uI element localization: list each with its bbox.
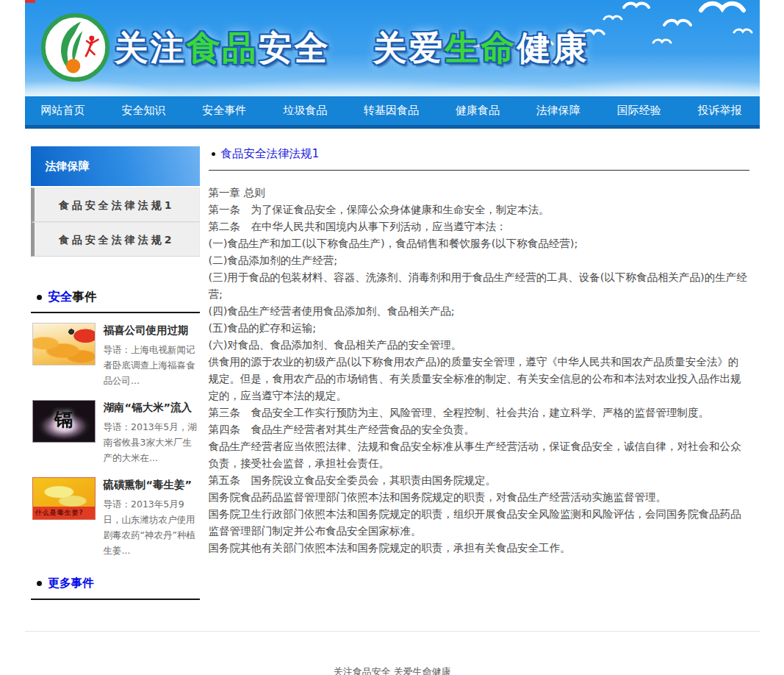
sidebar-section-title: 法律保障 [46, 160, 90, 173]
article-header: 食品安全法律法规1 [209, 146, 749, 171]
article-paragraph: 第一章 总则 [209, 185, 749, 201]
thumbnail-caption: 什么是毒生姜? [33, 507, 95, 519]
events-heading-highlight: 安全 [48, 289, 73, 305]
banner-slogan: 关注食品安全关爱生命健康 [115, 31, 589, 65]
sidebar-section-header: 法律保障 [31, 146, 200, 186]
nav-item[interactable]: 健康食品 [456, 104, 500, 118]
more-events-link[interactable]: 更多事件 [48, 576, 94, 591]
news-title[interactable]: 湖南“镉大米”流入 [104, 401, 200, 415]
sidebar-menu: 食品安全法律法规1 食品安全法律法规2 [31, 188, 200, 257]
article-paragraph: (一)食品生产和加工(以下称食品生产)，食品销售和餐饮服务(以下称食品经营); [209, 235, 749, 252]
article-title[interactable]: 食品安全法律法规1 [221, 146, 320, 162]
news-thumbnail [32, 323, 96, 365]
article-paragraph: (六)对食品、食品添加剂、食品相关产品的安全管理。 [209, 337, 749, 354]
site-logo-icon [40, 12, 111, 83]
news-desc: 导语：2013年5月9日，山东潍坊农户使用剧毒农药“神农丹”种植生姜... [104, 496, 200, 558]
nav-item[interactable]: 转基因食品 [364, 104, 419, 118]
article-paragraph: 国务院食品药品监督管理部门依照本法和国务院规定的职责，对食品生产经营活动实施监督… [209, 489, 749, 506]
nav-item[interactable]: 安全知识 [121, 104, 165, 118]
article-paragraph: (三)用于食品的包装材料、容器、洗涤剂、消毒剂和用于食品生产经营的工具、设备(以… [209, 269, 749, 303]
bullet-icon [212, 152, 215, 156]
article-paragraph: 第一条 为了保证食品安全，保障公众身体健康和生命安全，制定本法。 [209, 201, 749, 218]
article-paragraph: 第三条 食品安全工作实行预防为主、风险管理、全程控制、社会共治，建立科学、严格的… [209, 404, 749, 421]
slogan-text-green: 生命 [445, 28, 517, 68]
slogan-text-green: 食品 [187, 28, 259, 68]
news-list: 福喜公司使用过期 导语：上海电视新闻记者卧底调查上海福喜食品公司... 镉 湖南… [31, 313, 200, 558]
page-content: 关注食品安全关爱生命健康 网站首页 安全知识 安全事件 垃圾食品 转基因食品 健… [25, 0, 760, 675]
sidebar-menu-item[interactable]: 食品安全法律法规2 [31, 222, 200, 257]
article-paragraph: (四)食品生产经营者使用食品添加剂、食品相关产品; [209, 303, 749, 320]
footer-text: 关注食品安全 关爱生命健康 [25, 665, 760, 675]
thumbnail-glyph: 镉 [54, 407, 73, 432]
article-body: 第一章 总则 第一条 为了保证食品安全，保障公众身体健康和生命安全，制定本法。 … [209, 171, 749, 557]
news-text: 硫磺熏制“毒生姜” 导语：2013年5月9日，山东潍坊农户使用剧毒农药“神农丹”… [104, 477, 200, 558]
news-item[interactable]: 福喜公司使用过期 导语：上海电视新闻记者卧底调查上海福喜食品公司... [31, 323, 200, 388]
nav-item[interactable]: 网站首页 [41, 104, 85, 118]
nav-item[interactable]: 投诉举报 [698, 104, 742, 118]
nav-item[interactable]: 安全事件 [202, 104, 246, 118]
nav-item[interactable]: 垃圾食品 [283, 104, 327, 118]
news-desc: 导语：上海电视新闻记者卧底调查上海福喜食品公司... [104, 342, 200, 388]
events-heading: 安全事件 [31, 289, 200, 313]
news-title[interactable]: 硫磺熏制“毒生姜” [104, 478, 200, 492]
nav-item[interactable]: 国际经验 [617, 104, 661, 118]
article-paragraph: 食品生产经营者应当依照法律、法规和食品安全标准从事生产经营活动，保证食品安全，诚… [209, 438, 749, 472]
slogan-text: 关爱 [373, 28, 445, 68]
news-thumbnail: 镉 [32, 400, 96, 443]
main-nav: 网站首页 安全知识 安全事件 垃圾食品 转基因食品 健康食品 法律保障 国际经验… [25, 96, 760, 129]
sidebar-menu-item[interactable]: 食品安全法律法规1 [31, 188, 200, 222]
article-paragraph: (二)食品添加剂的生产经营; [209, 252, 749, 269]
slogan-text: 关注 [115, 28, 187, 68]
news-text: 湖南“镉大米”流入 导语：2013年5月，湖南省攸县3家大米厂生产的大米在... [104, 400, 200, 465]
news-thumbnail: 什么是毒生姜? [32, 477, 96, 520]
events-heading-rest: 事件 [73, 289, 97, 305]
slogan-text: 健康 [517, 28, 589, 68]
article-paragraph: 国务院卫生行政部门依照本法和国务院规定的职责，组织开展食品安全风险监测和风险评估… [209, 506, 749, 540]
article-paragraph: 国务院其他有关部门依照本法和国务院规定的职责，承担有关食品安全工作。 [209, 540, 749, 557]
site-banner: 关注食品安全关爱生命健康 [25, 0, 760, 96]
article-paragraph: 第五条 国务院设立食品安全委员会，其职责由国务院规定。 [209, 472, 749, 489]
content-columns: 法律保障 食品安全法律法规1 食品安全法律法规2 安全事件 [25, 146, 760, 600]
news-item[interactable]: 镉 湖南“镉大米”流入 导语：2013年5月，湖南省攸县3家大米厂生产的大米在.… [31, 400, 200, 465]
slogan-text: 安全 [259, 28, 331, 68]
bullet-icon [37, 581, 42, 586]
article-paragraph: 第四条 食品生产经营者对其生产经营食品的安全负责。 [209, 421, 749, 438]
article-paragraph: 供食用的源于农业的初级产品(以下称食用农产品)的质量安全管理，遵守《中华人民共和… [209, 354, 749, 404]
news-desc: 导语：2013年5月，湖南省攸县3家大米厂生产的大米在... [104, 419, 200, 465]
bullet-icon [37, 295, 42, 300]
news-title[interactable]: 福喜公司使用过期 [104, 324, 200, 338]
news-item[interactable]: 什么是毒生姜? 硫磺熏制“毒生姜” 导语：2013年5月9日，山东潍坊农户使用剧… [31, 477, 200, 558]
article-paragraph: 第二条 在中华人民共和国境内从事下列活动，应当遵守本法： [209, 218, 749, 235]
article-section: 食品安全法律法规1 第一章 总则 第一条 为了保证食品安全，保障公众身体健康和生… [209, 146, 760, 600]
news-text: 福喜公司使用过期 导语：上海电视新闻记者卧底调查上海福喜食品公司... [104, 323, 200, 388]
nav-item[interactable]: 法律保障 [536, 104, 580, 118]
sidebar: 法律保障 食品安全法律法规1 食品安全法律法规2 安全事件 [31, 146, 200, 600]
more-events-row: 更多事件 [31, 576, 200, 600]
article-paragraph: (五)食品的贮存和运输; [209, 320, 749, 337]
footer: 关注食品安全 关爱生命健康 [25, 631, 760, 675]
